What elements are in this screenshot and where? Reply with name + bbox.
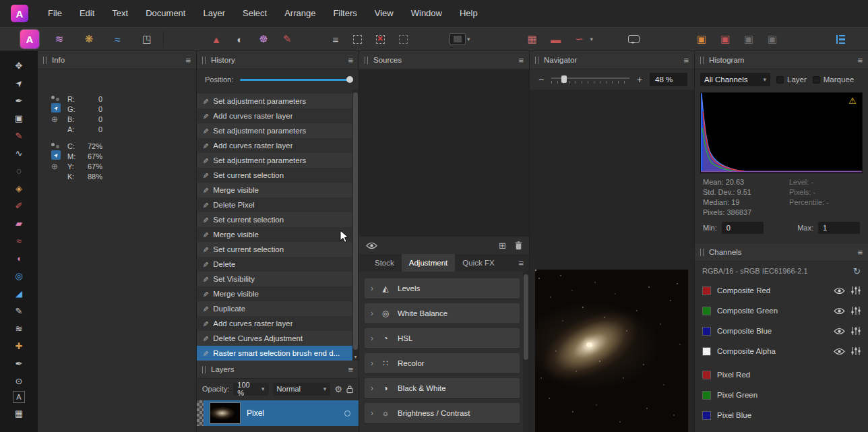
history-item[interactable]: ✎Duplicate — [197, 301, 359, 316]
adjustment-black-white[interactable]: ›◑Black & White — [365, 378, 520, 398]
vector-brush-tool[interactable]: ✎ — [9, 303, 28, 318]
view-tool[interactable]: ✥ — [9, 58, 28, 73]
adjustment-brightness-contrast[interactable]: ›☼Brightness / Contrast — [365, 403, 520, 423]
adjustment-white-balance[interactable]: ›◎White Balance — [365, 303, 520, 323]
marquee-tool[interactable]: ◌ — [9, 163, 28, 178]
history-item[interactable]: ✎Merge visible — [197, 227, 359, 242]
channel-settings-icon[interactable] — [851, 286, 861, 295]
history-panel-menu-icon[interactable]: ≡ — [348, 56, 353, 65]
export-persona-icon[interactable]: ◳ — [137, 30, 156, 48]
channel-visibility-icon[interactable] — [834, 287, 845, 295]
shape-tool[interactable]: ⊙ — [9, 373, 28, 388]
paint-brush-tool[interactable]: ✐ — [9, 198, 28, 213]
document-canvas[interactable] — [535, 270, 688, 432]
history-item-selected[interactable]: ✎Raster smart selection brush end d... — [197, 346, 359, 361]
split-view-icon[interactable]: ▦ — [523, 30, 542, 48]
channel-settings-icon[interactable] — [851, 327, 861, 335]
selection-mode-subtract-icon[interactable] — [376, 35, 385, 44]
history-item[interactable]: ✎Add curves raster layer — [197, 109, 359, 123]
info-drag-handle-icon[interactable] — [43, 57, 46, 64]
menu-text[interactable]: Text — [103, 0, 137, 27]
history-item[interactable]: ✎Set current selection — [197, 168, 359, 183]
layers-drag-handle-icon[interactable] — [202, 366, 206, 373]
channel-composite-red[interactable]: Composite Red — [695, 280, 868, 301]
tab-stock[interactable]: Stock — [367, 254, 402, 272]
channel-settings-icon[interactable] — [851, 307, 861, 315]
history-item[interactable]: ✎Delete — [197, 257, 359, 272]
channel-pixel-red[interactable]: Pixel Red — [695, 365, 868, 385]
menu-document[interactable]: Document — [137, 0, 194, 27]
menu-help[interactable]: Help — [451, 0, 487, 27]
max-input[interactable]: 1 — [818, 222, 860, 234]
history-scrollbar-thumb[interactable] — [353, 92, 358, 350]
crop-tool[interactable]: ▣ — [9, 111, 28, 125]
info-panel-menu-icon[interactable]: ≡ — [185, 56, 191, 65]
history-item[interactable]: ✎Add curves raster layer — [197, 316, 359, 331]
channels-panel-menu-icon[interactable]: ≡ — [857, 248, 863, 257]
history-item[interactable]: ✎Set current selection — [197, 242, 359, 257]
force-pixel-alignment-icon[interactable]: ▣ — [716, 30, 735, 48]
history-item[interactable]: ✎Set adjustment parameters — [197, 94, 359, 109]
history-item[interactable]: ✎Set adjustment parameters — [197, 153, 359, 168]
min-input[interactable]: 0 — [722, 222, 764, 234]
photo-persona-button[interactable]: A — [20, 30, 39, 49]
blend-mode-dropdown[interactable]: Normal ▾ — [273, 383, 331, 396]
delete-source-trash-icon[interactable] — [515, 241, 522, 250]
channels-reset-icon[interactable]: ↻ — [853, 266, 861, 276]
assistant-icon[interactable] — [628, 35, 640, 43]
opacity-dropdown[interactable]: 100 % ▾ — [233, 383, 268, 396]
tab-quick-fx[interactable]: Quick FX — [455, 254, 501, 272]
auto-levels-icon[interactable]: ▲ — [207, 30, 226, 48]
history-item[interactable]: ✎Delete Curves Adjustment — [197, 331, 359, 346]
marquee-checkbox[interactable] — [813, 76, 820, 84]
auto-contrast-icon[interactable]: ◐ — [230, 30, 249, 48]
tone-mapping-persona-icon[interactable]: ≈ — [108, 30, 127, 48]
pen-tool[interactable]: ✒ — [9, 356, 28, 371]
histogram-drag-handle-icon[interactable] — [700, 57, 704, 64]
sources-drag-handle-icon[interactable] — [365, 57, 368, 64]
menu-edit[interactable]: Edit — [71, 0, 103, 27]
auto-white-balance-icon[interactable]: ✎ — [278, 30, 297, 48]
adjustment-levels[interactable]: ›◭Levels — [365, 278, 520, 299]
zoom-out-button[interactable]: − — [536, 74, 546, 85]
histogram-panel-menu-icon[interactable]: ≡ — [857, 56, 863, 65]
zoom-slider-handle[interactable] — [561, 75, 567, 83]
history-scroll-down-icon[interactable]: ▾ — [352, 354, 359, 360]
history-item[interactable]: ✎Delete Pixel — [197, 197, 359, 212]
selection-brush-tool[interactable]: ✎ — [9, 128, 28, 143]
channel-pixel-blue[interactable]: Pixel Blue — [695, 405, 868, 425]
channel-pixel-green[interactable]: Pixel Green — [695, 385, 868, 405]
history-item[interactable]: ✎Add curves raster layer — [197, 138, 359, 153]
channel-composite-blue[interactable]: Composite Blue — [695, 321, 868, 341]
toolbar-menu-icon[interactable]: ≡ — [326, 30, 345, 48]
healing-tool[interactable]: ✚ — [9, 338, 28, 353]
layers-panel-menu-icon[interactable]: ≡ — [348, 365, 353, 374]
sources-visibility-icon[interactable] — [366, 242, 377, 249]
expand-chevron-icon[interactable]: › — [371, 408, 373, 418]
rotate-view-caret-icon[interactable]: ▾ — [590, 36, 594, 42]
sampler-cursor-icon[interactable]: ➤ — [51, 150, 61, 160]
move-tool[interactable]: ➤ — [9, 75, 28, 90]
expand-chevron-icon[interactable]: › — [371, 383, 373, 393]
blur-tool[interactable]: ≋ — [9, 321, 28, 336]
mirror-view-icon[interactable]: ▬ — [547, 30, 565, 48]
menu-file[interactable]: File — [39, 0, 71, 27]
sampler-cursor-icon[interactable]: ➤ — [51, 103, 61, 113]
smudge-tool[interactable]: ≈ — [9, 233, 28, 248]
history-item[interactable]: ✎Set adjustment parameters — [197, 123, 359, 138]
selection-mode-intersect-icon[interactable] — [399, 35, 408, 44]
layer-checkbox[interactable] — [776, 76, 784, 84]
history-drag-handle-icon[interactable] — [202, 57, 206, 64]
expand-chevron-icon[interactable]: › — [371, 359, 373, 368]
layer-row-pixel[interactable]: Pixel — [197, 400, 359, 426]
history-item[interactable]: ✎Merge visible — [197, 183, 359, 197]
expand-chevron-icon[interactable]: › — [371, 334, 373, 343]
expand-chevron-icon[interactable]: › — [371, 284, 373, 293]
zoom-slider[interactable] — [551, 75, 629, 84]
navigator-panel-menu-icon[interactable]: ≡ — [683, 56, 689, 65]
channel-visibility-icon[interactable] — [834, 328, 845, 335]
view-quality-button[interactable] — [450, 33, 466, 45]
history-position-slider[interactable] — [240, 79, 352, 81]
zoom-value-field[interactable]: 48 % — [650, 73, 687, 86]
pixel-brush-tool[interactable]: ▰ — [9, 216, 28, 230]
